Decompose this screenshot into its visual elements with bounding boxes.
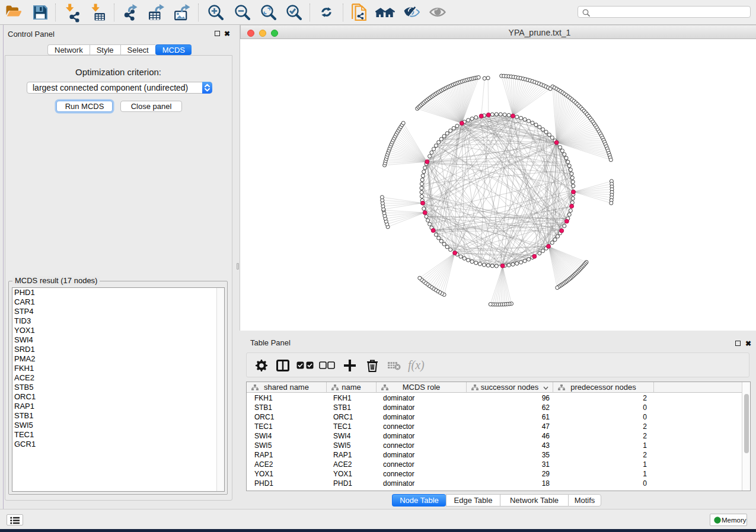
svg-text:f(x): f(x) — [408, 359, 425, 372]
